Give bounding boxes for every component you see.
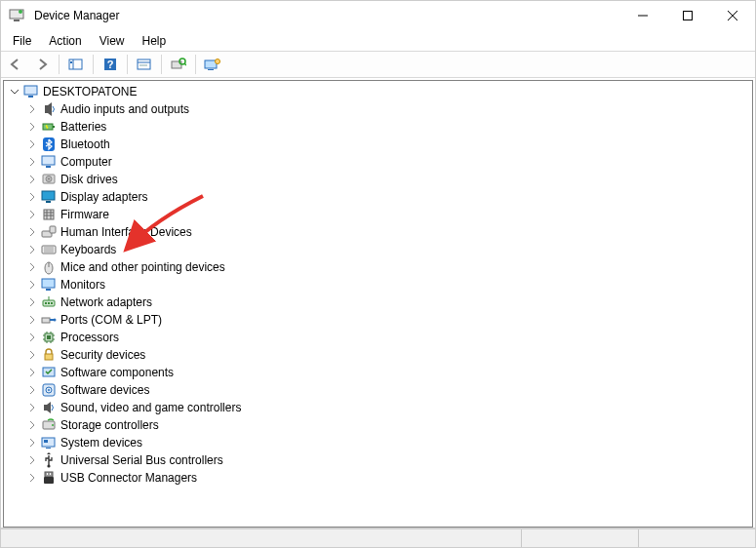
svg-point-77: [47, 464, 50, 467]
expand-icon[interactable]: [25, 173, 39, 186]
expand-icon[interactable]: [25, 120, 39, 134]
help-button[interactable]: ?: [99, 54, 122, 75]
tree-root-label: DESKTOPATONE: [43, 85, 137, 98]
firmware-icon: [41, 207, 57, 222]
tree-item[interactable]: Processors: [4, 329, 752, 346]
collapse-icon[interactable]: [8, 85, 21, 98]
expand-icon[interactable]: [25, 295, 39, 309]
usb-icon: [41, 452, 57, 468]
svg-rect-52: [51, 302, 53, 304]
computer-icon: [41, 154, 57, 170]
svg-rect-75: [44, 440, 48, 443]
tree-item-label: Mice and other pointing devices: [60, 260, 225, 274]
forward-button[interactable]: [30, 54, 54, 75]
svg-point-31: [48, 178, 50, 180]
svg-rect-1: [14, 20, 20, 21]
tree-item[interactable]: Software components: [4, 364, 752, 381]
expand-icon[interactable]: [25, 471, 39, 485]
tree-item[interactable]: Keyboards: [4, 241, 752, 258]
svg-rect-81: [50, 473, 51, 475]
swdev-icon: [41, 382, 57, 398]
tree-item[interactable]: System devices: [4, 434, 752, 451]
svg-rect-23: [45, 105, 48, 113]
tree-item[interactable]: Bluetooth: [4, 136, 752, 153]
close-button[interactable]: [710, 1, 755, 30]
expand-icon[interactable]: [25, 243, 39, 256]
expand-icon[interactable]: [25, 155, 39, 169]
tree-item[interactable]: Disk drives: [4, 171, 752, 188]
tree-item-label: Audio inputs and outputs: [60, 102, 189, 116]
tree-item-label: Software components: [60, 366, 174, 379]
add-hardware-button[interactable]: [201, 54, 224, 75]
toolbar: ?: [1, 51, 755, 78]
expand-icon[interactable]: [25, 313, 39, 327]
tree-root[interactable]: DESKTOPATONE: [4, 83, 752, 100]
tree-item[interactable]: Monitors: [4, 276, 752, 294]
minimize-button[interactable]: [620, 1, 665, 30]
expand-icon[interactable]: [25, 383, 39, 397]
cpu-icon: [41, 330, 57, 345]
menu-file[interactable]: File: [5, 32, 39, 50]
tree-item[interactable]: USB Connector Managers: [4, 469, 752, 487]
svg-rect-7: [69, 59, 82, 69]
tree-item[interactable]: Ports (COM & LPT): [4, 311, 752, 329]
mouse-icon: [41, 259, 57, 275]
maximize-button[interactable]: [665, 1, 710, 30]
svg-rect-28: [46, 166, 51, 168]
tree-item[interactable]: Software devices: [4, 381, 752, 399]
expand-icon[interactable]: [25, 401, 39, 414]
menu-help[interactable]: Help: [135, 32, 175, 50]
tree-item[interactable]: Computer: [4, 153, 752, 171]
tree-item[interactable]: Firmware: [4, 206, 752, 223]
expand-icon[interactable]: [25, 453, 39, 467]
svg-rect-27: [42, 156, 55, 165]
show-hide-tree-button[interactable]: [64, 54, 88, 75]
display-icon: [41, 189, 57, 205]
tree-item-label: Batteries: [60, 120, 106, 134]
expand-icon[interactable]: [25, 190, 39, 204]
svg-rect-50: [45, 302, 47, 304]
svg-rect-54: [42, 318, 50, 323]
menu-view[interactable]: View: [92, 32, 133, 50]
tree-item[interactable]: Batteries: [4, 118, 752, 136]
expand-icon[interactable]: [25, 278, 39, 292]
system-icon: [41, 435, 57, 450]
tree-item[interactable]: Human Interface Devices: [4, 223, 752, 241]
svg-rect-4: [684, 12, 693, 20]
tree-item[interactable]: Storage controllers: [4, 416, 752, 434]
svg-line-17: [184, 63, 186, 65]
svg-rect-76: [46, 448, 51, 449]
tree-item[interactable]: Mice and other pointing devices: [4, 258, 752, 276]
expand-icon[interactable]: [25, 418, 39, 432]
expand-icon[interactable]: [25, 366, 39, 379]
svg-rect-78: [45, 472, 53, 477]
scan-hardware-button[interactable]: [167, 54, 190, 75]
expand-icon[interactable]: [25, 260, 39, 274]
tree-item[interactable]: Network adapters: [4, 294, 752, 311]
svg-rect-32: [42, 191, 55, 200]
tree-item-label: Disk drives: [60, 173, 118, 186]
expand-icon[interactable]: [25, 225, 39, 239]
properties-button[interactable]: [133, 54, 156, 75]
svg-rect-34: [44, 210, 54, 219]
svg-rect-79: [44, 477, 54, 484]
expand-icon[interactable]: [25, 208, 39, 221]
tree-item[interactable]: Sound, video and game controllers: [4, 399, 752, 416]
tree-item[interactable]: Display adapters: [4, 188, 752, 206]
tree-item[interactable]: Audio inputs and outputs: [4, 100, 752, 118]
tree-item[interactable]: Security devices: [4, 346, 752, 364]
svg-point-70: [48, 389, 50, 391]
device-tree[interactable]: DESKTOPATONE Audio inputs and outputsBat…: [3, 80, 753, 528]
expand-icon[interactable]: [25, 348, 39, 362]
expand-icon[interactable]: [25, 137, 39, 151]
expand-icon[interactable]: [25, 102, 39, 116]
tree-item-label: Keyboards: [60, 243, 116, 256]
expand-icon[interactable]: [25, 436, 39, 450]
expand-icon[interactable]: [25, 331, 39, 344]
tree-item[interactable]: Universal Serial Bus controllers: [4, 451, 752, 469]
toolbar-separator: [161, 55, 162, 74]
back-button[interactable]: [5, 54, 28, 75]
storage-icon: [41, 417, 57, 433]
menu-action[interactable]: Action: [41, 32, 89, 50]
svg-rect-21: [24, 86, 37, 95]
